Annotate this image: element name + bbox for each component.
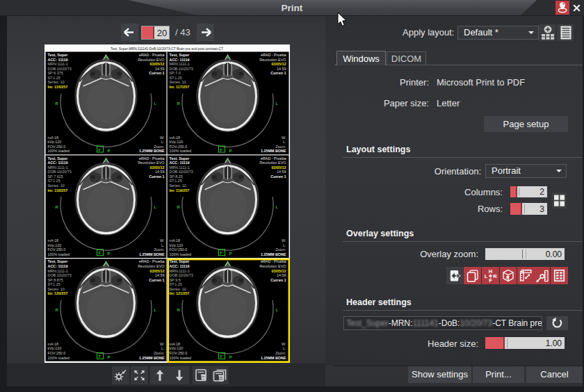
svg-text:mA:18: mA:18: [170, 238, 181, 243]
svg-text:F: F: [489, 277, 492, 284]
svg-text:P: P: [229, 252, 232, 256]
svg-text:Revolution EVO: Revolution EVO: [259, 58, 286, 62]
svg-text:Series: 10: Series: 10: [170, 183, 186, 188]
svg-text:03/05/12: 03/05/12: [150, 165, 165, 170]
svg-text:W:: W:: [282, 342, 286, 346]
svg-text:DOB:10/20/73: DOB:10/20/73: [48, 273, 72, 277]
svg-text:P: P: [229, 149, 232, 153]
svg-text:MRN:1111-1: MRN:1111-1: [48, 62, 68, 66]
svg-text:100% loaded: 100% loaded: [170, 149, 191, 153]
svg-text:FOV:250.0: FOV:250.0: [170, 351, 188, 355]
svg-text:Test, Super: Test, Super: [48, 53, 69, 57]
svg-text:F: F: [99, 354, 102, 359]
svg-text:L: L: [276, 101, 279, 106]
svg-text:eRAD - Prueba: eRAD - Prueba: [261, 260, 286, 264]
svg-text:ACC: 11119: ACC: 11119: [170, 161, 190, 165]
svg-text:ST:1.25: ST:1.25: [170, 179, 182, 183]
svg-text:ACC: 11119: ACC: 11119: [170, 264, 190, 268]
svg-text:Series: 10: Series: 10: [48, 287, 65, 291]
svg-text:Zoom:: Zoom:: [275, 351, 286, 355]
svg-text:DOB:10/20/73: DOB:10/20/73: [170, 273, 193, 277]
svg-text:P: P: [108, 355, 111, 359]
svg-text:Revolution EVO: Revolution EVO: [138, 161, 164, 165]
svg-text:14:59: 14:59: [155, 273, 165, 277]
svg-text:1.25MM BONE: 1.25MM BONE: [261, 356, 286, 360]
svg-text:Test, Super-MRN:111141-DoB:10/: Test, Super-MRN:111141-DoB:10/20/73-CT B…: [111, 47, 223, 51]
svg-text:ST:1.25: ST:1.25: [48, 282, 60, 286]
svg-text:F: F: [99, 251, 102, 255]
svg-text:100% loaded: 100% loaded: [48, 356, 70, 360]
svg-text:MRN:1111-1: MRN:1111-1: [170, 62, 190, 66]
svg-text:100% loaded: 100% loaded: [48, 149, 70, 153]
svg-text:kVp:120: kVp:120: [170, 140, 184, 144]
svg-text:Curren 1: Curren 1: [149, 174, 164, 179]
svg-text:ST:1.25: ST:1.25: [48, 76, 60, 80]
svg-text:W:: W:: [282, 136, 286, 140]
svg-text:L:: L:: [283, 140, 286, 144]
svg-text:SP:6.375: SP:6.375: [48, 71, 63, 75]
svg-text:1.25MM BONE: 1.25MM BONE: [139, 252, 165, 256]
svg-text:Test, Super: Test, Super: [48, 260, 69, 264]
svg-text:Zoom:: Zoom:: [154, 351, 164, 355]
svg-text:Im: 121/257: Im: 121/257: [170, 291, 190, 295]
svg-text:MRN:1111-1: MRN:1111-1: [170, 269, 190, 273]
svg-text:Test, Super: Test, Super: [48, 156, 69, 161]
svg-text:mA:18: mA:18: [48, 136, 59, 140]
svg-text:SP:7.625: SP:7.625: [48, 174, 63, 179]
svg-text:SP:7.0: SP:7.0: [170, 71, 181, 75]
svg-text:L: L: [276, 205, 279, 209]
svg-text:Im: 120/257: Im: 120/257: [48, 291, 68, 295]
svg-text:Curren 1: Curren 1: [270, 278, 286, 282]
svg-text:MRN:1111-1: MRN:1111-1: [48, 269, 68, 273]
svg-text:FOV:250.0: FOV:250.0: [48, 351, 66, 355]
svg-text:1.25MM BONE: 1.25MM BONE: [261, 149, 286, 153]
svg-text:1.25MM BONE: 1.25MM BONE: [139, 356, 165, 360]
svg-text:1.25MM BONE: 1.25MM BONE: [139, 149, 165, 153]
svg-text:W:: W:: [160, 238, 165, 243]
svg-text:R: R: [493, 273, 497, 279]
svg-text:P: P: [108, 149, 111, 153]
svg-text:SP:8.875: SP:8.875: [48, 278, 63, 282]
svg-text:1.25MM BONE: 1.25MM BONE: [261, 252, 286, 256]
svg-text:kVp:120: kVp:120: [48, 243, 62, 247]
svg-text:Im: 119/257: Im: 119/257: [170, 188, 190, 193]
svg-text:Zoom:: Zoom:: [154, 247, 164, 252]
svg-text:FOV:250.0: FOV:250.0: [48, 145, 66, 149]
svg-text:Curren 1: Curren 1: [149, 278, 164, 282]
svg-text:Im: 116/257: Im: 116/257: [48, 85, 68, 89]
svg-text:ACC: 11119: ACC: 11119: [48, 161, 68, 165]
svg-text:DOB:10/20/73: DOB:10/20/73: [170, 170, 193, 174]
svg-text:MRN:1111-1: MRN:1111-1: [170, 165, 190, 170]
svg-text:Revolution EVO: Revolution EVO: [259, 264, 286, 268]
svg-text:Revolution EVO: Revolution EVO: [259, 161, 286, 165]
svg-text:03/05/12: 03/05/12: [150, 62, 165, 66]
svg-text:P: P: [108, 252, 111, 256]
svg-text:Curren 1: Curren 1: [149, 71, 164, 75]
svg-text:MRN:1111-1: MRN:1111-1: [48, 165, 68, 170]
svg-text:100% loaded: 100% loaded: [170, 356, 191, 360]
svg-text:03/05/12: 03/05/12: [150, 269, 165, 273]
svg-text:Curren 1: Curren 1: [270, 71, 286, 75]
svg-text:R: R: [506, 275, 510, 280]
svg-text:DOB:10/20/73: DOB:10/20/73: [48, 170, 72, 174]
svg-text:03/05/12: 03/05/12: [272, 165, 286, 170]
svg-text:Test, Super: Test, Super: [170, 260, 190, 264]
svg-text:Revolution EVO: Revolution EVO: [138, 58, 164, 62]
svg-text:eRAD - Prueba: eRAD - Prueba: [139, 260, 165, 264]
svg-text:DOB:10/20/73: DOB:10/20/73: [48, 67, 72, 71]
svg-text:L:: L:: [283, 347, 286, 351]
svg-text:L: L: [154, 205, 157, 209]
svg-text:14:59: 14:59: [155, 170, 165, 174]
svg-text:03/05/12: 03/05/12: [272, 62, 286, 66]
svg-text:DOB:10/20/73: DOB:10/20/73: [170, 67, 193, 71]
svg-text:F: F: [220, 251, 223, 255]
svg-text:SP:9.5: SP:9.5: [170, 278, 181, 282]
svg-text:SP:8.25: SP:8.25: [170, 174, 183, 179]
svg-text:L: L: [485, 273, 488, 279]
svg-text:L: L: [276, 308, 279, 312]
svg-text:100% loaded: 100% loaded: [48, 252, 70, 256]
svg-text:Zoom:: Zoom:: [275, 145, 286, 149]
svg-text:mA:18: mA:18: [48, 238, 59, 243]
svg-text:Series: 10: Series: 10: [48, 80, 65, 84]
svg-text:ST:1.25: ST:1.25: [48, 179, 60, 183]
